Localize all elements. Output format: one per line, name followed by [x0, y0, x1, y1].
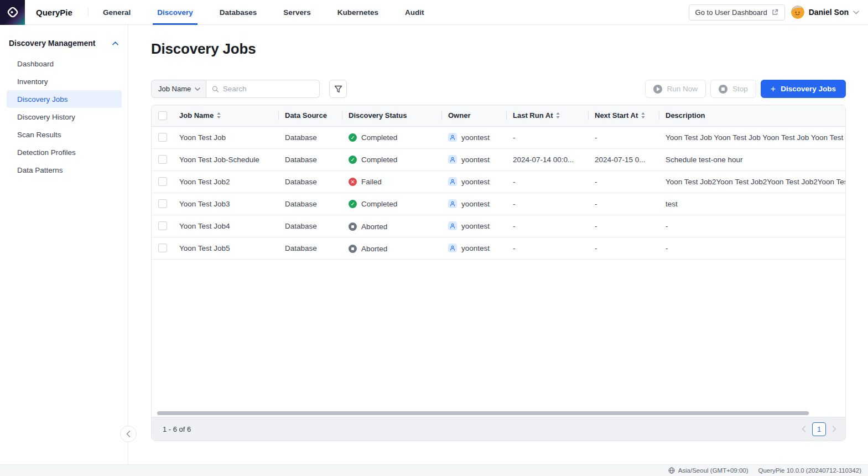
sidebar-item-discovery-history[interactable]: Discovery History	[7, 108, 122, 126]
row-checkbox[interactable]	[158, 199, 167, 208]
version-text: QueryPie 10.0.0 (20240712-110342)	[758, 467, 861, 474]
chevron-left-icon	[126, 431, 131, 437]
data-source-cell: Database	[278, 126, 342, 148]
row-checkbox[interactable]	[158, 177, 167, 186]
stop-label: Stop	[732, 85, 748, 93]
description-cell: Schedule test-one hour	[659, 148, 845, 170]
filter-button[interactable]	[329, 80, 347, 98]
search-field-selector[interactable]: Job Name	[151, 80, 206, 98]
status-aborted-icon	[349, 223, 357, 231]
row-checkbox[interactable]	[158, 244, 167, 252]
horizontal-scrollbar[interactable]	[157, 411, 809, 415]
job-name-cell: Yoon Test Job5	[173, 237, 278, 259]
search-box	[206, 80, 320, 98]
discovery-status-cell: ✓Completed	[342, 193, 441, 215]
person-icon	[448, 133, 457, 142]
avatar	[791, 6, 804, 19]
status-bar: Asia/Seoul (GMT+09:00) QueryPie 10.0.0 (…	[0, 464, 868, 476]
row-checkbox[interactable]	[158, 221, 167, 230]
data-source-cell: Database	[278, 170, 342, 193]
discovery-status-cell: Aborted	[342, 215, 441, 237]
next-start-at-cell: -	[588, 126, 659, 148]
go-to-user-dashboard-label: Go to User Dashboard	[695, 8, 767, 17]
chevron-up-icon	[112, 42, 118, 45]
status-completed-icon: ✓	[349, 156, 357, 164]
status-failed-icon: ✕	[349, 178, 357, 186]
brand-name: QueryPie	[36, 8, 72, 17]
chevron-down-icon	[853, 11, 859, 14]
play-circle-icon	[653, 85, 662, 94]
description-cell: Yoon Test Job2Yoon Test Job2Yoon Test Jo…	[659, 170, 845, 193]
run-now-button[interactable]: Run Now	[645, 80, 706, 98]
next-start-at-cell: -	[588, 193, 659, 215]
pagination: 1	[802, 422, 836, 436]
column-header-job-name[interactable]: Job Name	[173, 105, 278, 126]
search-field-label: Job Name	[158, 85, 191, 93]
column-header-next-start-at[interactable]: Next Start At	[588, 105, 659, 126]
sidebar-item-dashboard[interactable]: Dashboard	[7, 55, 122, 73]
plus-icon: +	[771, 85, 776, 94]
page-prev-button[interactable]	[802, 426, 806, 432]
nav-tab-kubernetes[interactable]: Kubernetes	[337, 0, 378, 24]
user-menu[interactable]: Daniel Son	[791, 6, 859, 19]
column-header-owner: Owner	[441, 105, 506, 126]
sidebar-collapse-button[interactable]	[120, 426, 137, 442]
nav-tab-databases[interactable]: Databases	[220, 0, 257, 24]
discovery-status-cell: ✕Failed	[342, 170, 441, 193]
row-checkbox[interactable]	[158, 155, 167, 164]
nav-tab-servers[interactable]: Servers	[283, 0, 311, 24]
row-checkbox[interactable]	[158, 133, 167, 142]
page-next-button[interactable]	[832, 426, 836, 432]
nav-tab-discovery[interactable]: Discovery	[157, 0, 193, 24]
pagination-range: 1 - 6 of 6	[163, 425, 191, 433]
description-cell: -	[659, 237, 845, 259]
globe-icon	[668, 467, 675, 474]
table-row[interactable]: Yoon Test Job5DatabaseAbortedyoontest---	[152, 237, 845, 259]
table-header-row: Job NameData SourceDiscovery StatusOwner…	[152, 105, 845, 126]
column-header-discovery-status: Discovery Status	[342, 105, 441, 126]
toolbar: Job Name Run Now Stop +	[151, 80, 846, 98]
add-discovery-jobs-button[interactable]: + Discovery Jobs	[761, 80, 846, 98]
add-discovery-jobs-label: Discovery Jobs	[781, 85, 836, 93]
chevron-down-icon	[195, 87, 200, 91]
status-completed-icon: ✓	[349, 133, 357, 142]
column-header-description: Description	[659, 105, 845, 126]
owner-cell: yoontest	[441, 193, 506, 215]
sidebar-item-inventory[interactable]: Inventory	[7, 73, 122, 90]
sidebar-item-discovery-jobs[interactable]: Discovery Jobs	[7, 90, 122, 108]
column-header-last-run-at[interactable]: Last Run At	[506, 105, 588, 126]
nav-tab-general[interactable]: General	[103, 0, 131, 24]
page-number-button[interactable]: 1	[812, 422, 826, 436]
person-icon	[448, 199, 457, 208]
nav-tabs: GeneralDiscoveryDatabasesServersKubernet…	[103, 0, 424, 24]
sidebar-section-discovery-management[interactable]: Discovery Management	[0, 35, 128, 51]
discovery-jobs-table-card: Job NameData SourceDiscovery StatusOwner…	[151, 105, 846, 441]
next-start-at-cell: 2024-07-15 0...	[588, 148, 659, 170]
owner-cell: yoontest	[441, 215, 506, 237]
table-row[interactable]: Yoon Test Job2Database✕Failedyoontest--Y…	[152, 170, 845, 193]
next-start-at-cell: -	[588, 170, 659, 193]
person-icon	[448, 244, 457, 252]
select-all-checkbox[interactable]	[158, 111, 167, 120]
search-input[interactable]	[223, 85, 314, 93]
user-name: Daniel Son	[809, 8, 849, 17]
person-icon	[448, 177, 457, 186]
table-row[interactable]: Yoon Test Job3Database✓Completedyoontest…	[152, 193, 845, 215]
sidebar-item-scan-results[interactable]: Scan Results	[7, 126, 122, 143]
sort-icon	[556, 112, 560, 118]
person-icon	[448, 221, 457, 230]
owner-cell: yoontest	[441, 237, 506, 259]
sidebar-items: DashboardInventoryDiscovery JobsDiscover…	[0, 55, 128, 179]
nav-tab-audit[interactable]: Audit	[405, 0, 424, 24]
go-to-user-dashboard-button[interactable]: Go to User Dashboard	[689, 4, 785, 20]
last-run-at-cell: -	[506, 193, 588, 215]
table-row[interactable]: Yoon Test Job-ScheduleDatabase✓Completed…	[152, 148, 845, 170]
sidebar-item-data-patterns[interactable]: Data Patterns	[7, 161, 122, 179]
table-row[interactable]: Yoon Test Job4DatabaseAbortedyoontest---	[152, 215, 845, 237]
last-run-at-cell: 2024-07-14 00:0...	[506, 148, 588, 170]
data-source-cell: Database	[278, 237, 342, 259]
sidebar-item-detection-profiles[interactable]: Detection Profiles	[7, 143, 122, 161]
stop-button[interactable]: Stop	[710, 80, 756, 98]
table-row[interactable]: Yoon Test JobDatabase✓Completedyoontest-…	[152, 126, 845, 148]
owner-cell: yoontest	[441, 148, 506, 170]
